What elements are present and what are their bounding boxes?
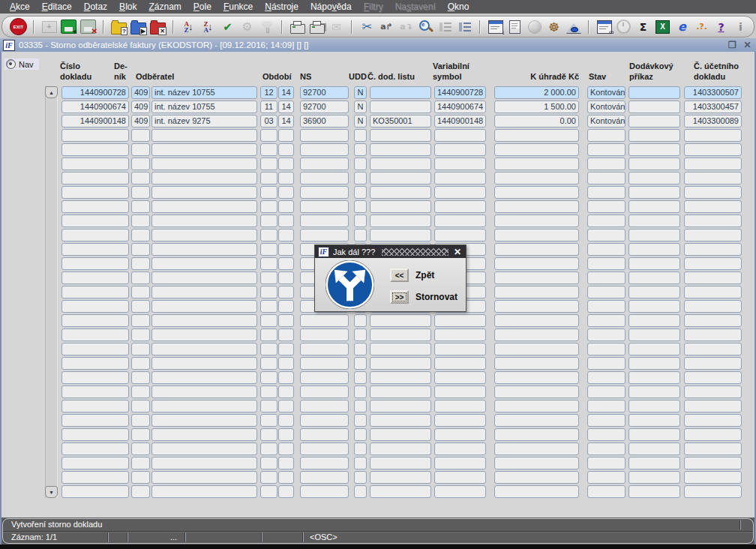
cell-stav[interactable] bbox=[587, 172, 626, 184]
cell-odberatel[interactable] bbox=[152, 400, 257, 412]
cell-obdobi-mesic[interactable]: 11 bbox=[260, 100, 278, 113]
cell-udd[interactable] bbox=[354, 414, 367, 427]
cell-obdobi-rok[interactable] bbox=[278, 371, 294, 384]
cell-variabilni-symbol[interactable] bbox=[434, 357, 486, 370]
cell-obdobi-rok[interactable] bbox=[278, 485, 294, 498]
cell-variabilni-symbol[interactable] bbox=[434, 200, 486, 213]
cell-c-dod-listu[interactable] bbox=[370, 172, 431, 184]
cell-denik[interactable] bbox=[131, 300, 150, 313]
cell-obdobi-mesic[interactable] bbox=[260, 457, 278, 470]
cell-cislo[interactable] bbox=[62, 343, 129, 356]
cell-k-uhrade[interactable] bbox=[494, 257, 579, 270]
cell-udd[interactable] bbox=[354, 186, 367, 199]
cell-stav[interactable] bbox=[587, 343, 626, 356]
menu-item-nastaveni[interactable]: Nastavení bbox=[389, 1, 442, 13]
cell-ns[interactable] bbox=[300, 328, 349, 341]
cell-dodavkovy-prikaz[interactable] bbox=[628, 229, 680, 242]
cell-k-uhrade[interactable] bbox=[494, 386, 579, 398]
cell-cislo[interactable] bbox=[62, 314, 129, 327]
cell-odberatel[interactable] bbox=[152, 386, 257, 398]
cell-dodavkovy-prikaz[interactable] bbox=[628, 442, 680, 455]
cell-obdobi-mesic[interactable] bbox=[260, 357, 278, 370]
cell-odberatel[interactable] bbox=[152, 343, 257, 356]
cell-k-uhrade[interactable] bbox=[494, 343, 579, 356]
cell-variabilni-symbol[interactable] bbox=[434, 314, 486, 327]
scroll-up-icon[interactable]: ▲ bbox=[45, 86, 58, 98]
cell-c-ucetniho-dokladu[interactable] bbox=[684, 457, 742, 470]
exit-button[interactable]: EXIT bbox=[10, 18, 27, 35]
cell-obdobi-rok[interactable] bbox=[278, 357, 294, 370]
cell-ns[interactable] bbox=[300, 143, 349, 156]
cell-k-uhrade[interactable] bbox=[494, 172, 579, 184]
cell-denik[interactable] bbox=[131, 386, 150, 398]
watchdog-icon[interactable] bbox=[565, 18, 582, 35]
history-icon[interactable] bbox=[615, 18, 632, 35]
cell-obdobi-rok[interactable] bbox=[278, 257, 294, 270]
hierarchy-icon[interactable] bbox=[456, 18, 473, 35]
cell-obdobi-rok[interactable] bbox=[278, 286, 294, 298]
cell-odberatel[interactable] bbox=[152, 314, 257, 327]
cell-obdobi-mesic[interactable] bbox=[260, 371, 278, 384]
cell-obdobi-rok[interactable] bbox=[278, 172, 294, 184]
cut-icon[interactable]: ✂ bbox=[358, 18, 376, 35]
cell-c-ucetniho-dokladu[interactable] bbox=[684, 186, 742, 199]
excel-export-icon[interactable]: X bbox=[654, 18, 671, 35]
cell-denik[interactable] bbox=[131, 471, 150, 484]
cell-odberatel[interactable] bbox=[152, 471, 257, 484]
cell-k-uhrade[interactable] bbox=[494, 229, 579, 242]
cell-k-uhrade[interactable] bbox=[494, 143, 579, 156]
print-dialog-icon[interactable] bbox=[308, 18, 326, 35]
cell-k-uhrade[interactable] bbox=[494, 158, 579, 170]
cell-obdobi-rok[interactable] bbox=[278, 158, 294, 170]
cell-c-ucetniho-dokladu[interactable] bbox=[684, 428, 742, 441]
cell-variabilni-symbol[interactable] bbox=[434, 214, 486, 227]
cell-udd[interactable] bbox=[354, 314, 367, 327]
cell-stav[interactable]: Kontován bbox=[587, 100, 626, 113]
cell-udd[interactable] bbox=[354, 485, 367, 498]
web-icon[interactable] bbox=[526, 18, 543, 35]
cell-denik[interactable]: 409 bbox=[131, 86, 150, 99]
cell-denik[interactable] bbox=[131, 357, 150, 370]
cell-ns[interactable] bbox=[300, 386, 349, 398]
cell-c-dod-listu[interactable] bbox=[370, 371, 431, 384]
cell-udd[interactable] bbox=[354, 328, 367, 341]
cell-k-uhrade[interactable] bbox=[494, 328, 579, 341]
cell-stav[interactable]: Kontován bbox=[587, 115, 626, 128]
cell-dodavkovy-prikaz[interactable] bbox=[628, 485, 680, 498]
cell-ns[interactable] bbox=[300, 214, 349, 227]
cell-c-dod-listu[interactable] bbox=[370, 200, 431, 213]
cell-udd[interactable] bbox=[354, 357, 367, 370]
cell-obdobi-mesic[interactable] bbox=[260, 485, 278, 498]
cell-cislo[interactable]: 1440900674 bbox=[62, 100, 129, 113]
mail-icon[interactable]: ✉ bbox=[328, 18, 345, 35]
cell-stav[interactable] bbox=[587, 243, 626, 256]
cell-denik[interactable] bbox=[131, 328, 150, 341]
cell-denik[interactable] bbox=[131, 129, 150, 142]
cell-udd[interactable] bbox=[354, 400, 367, 412]
enter-query-icon[interactable]: ? bbox=[110, 18, 128, 35]
cell-obdobi-mesic[interactable] bbox=[260, 400, 278, 412]
cell-stav[interactable] bbox=[587, 214, 626, 227]
cell-ns[interactable] bbox=[300, 129, 349, 142]
cell-obdobi-rok[interactable] bbox=[278, 300, 294, 313]
cell-odberatel[interactable] bbox=[152, 286, 257, 298]
cell-c-dod-listu[interactable] bbox=[370, 186, 431, 199]
cell-denik[interactable] bbox=[131, 186, 150, 199]
cell-odberatel[interactable] bbox=[152, 428, 257, 441]
cell-c-ucetniho-dokladu[interactable] bbox=[684, 257, 742, 270]
cell-variabilni-symbol[interactable] bbox=[434, 400, 486, 412]
cell-obdobi-rok[interactable] bbox=[278, 186, 294, 199]
rollback-icon[interactable]: ✕ bbox=[80, 18, 97, 35]
cell-c-ucetniho-dokladu[interactable]: 1403300089 bbox=[684, 115, 742, 128]
cell-obdobi-mesic[interactable] bbox=[260, 257, 278, 270]
cell-obdobi-mesic[interactable] bbox=[260, 300, 278, 313]
menu-item-filtry[interactable]: Filtry bbox=[358, 1, 389, 13]
cell-k-uhrade[interactable] bbox=[494, 286, 579, 298]
cell-obdobi-mesic[interactable] bbox=[260, 143, 278, 156]
cell-c-dod-listu[interactable] bbox=[370, 129, 431, 142]
cell-odberatel[interactable] bbox=[152, 257, 257, 270]
cell-c-ucetniho-dokladu[interactable] bbox=[684, 314, 742, 327]
cell-dodavkovy-prikaz[interactable] bbox=[628, 158, 680, 170]
cell-stav[interactable] bbox=[587, 442, 626, 455]
cell-stav[interactable] bbox=[587, 186, 626, 199]
